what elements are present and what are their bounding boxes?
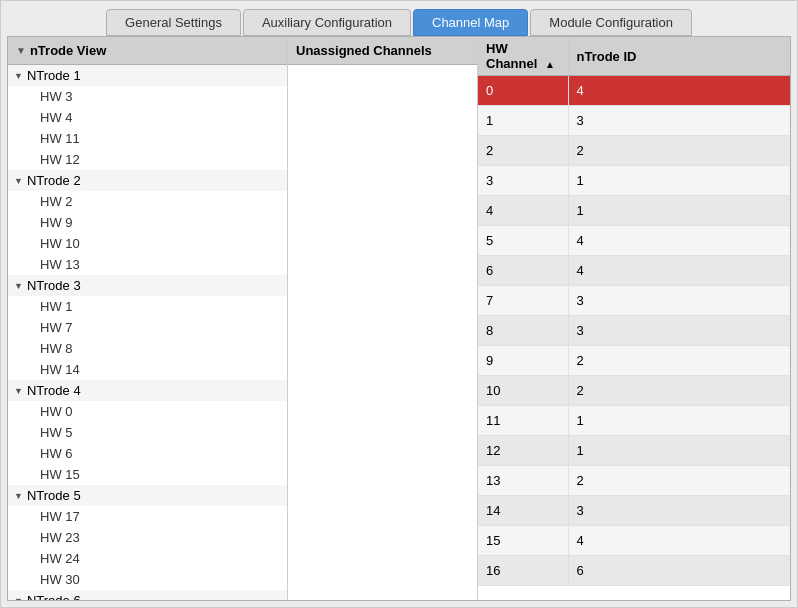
ntrode-id-header: nTrode ID: [568, 37, 790, 76]
tab-bar: General SettingsAuxiliary ConfigurationC…: [1, 1, 797, 36]
ntrode-channel-item[interactable]: HW 15: [8, 464, 287, 485]
table-row[interactable]: 166: [478, 556, 790, 586]
ntrode-id-cell: 1: [568, 406, 790, 436]
ntrode-id-cell: 2: [568, 346, 790, 376]
ntrode-channel-item[interactable]: HW 4: [8, 107, 287, 128]
ntrode-channel-item[interactable]: HW 12: [8, 149, 287, 170]
ntrode-panel-header: ▼ nTrode View: [8, 37, 287, 65]
hw-channel-cell: 6: [478, 256, 568, 286]
hw-channel-cell: 5: [478, 226, 568, 256]
ntrode-group-6[interactable]: ▼NTrode 6: [8, 590, 287, 600]
ntrode-channel-item[interactable]: HW 24: [8, 548, 287, 569]
hw-channel-cell: 13: [478, 466, 568, 496]
hw-channel-cell: 3: [478, 166, 568, 196]
unassigned-panel-title: Unassigned Channels: [296, 43, 432, 58]
channel-map-panel: HW Channel ▲ nTrode ID 04132231415464738…: [478, 37, 790, 600]
table-row[interactable]: 73: [478, 286, 790, 316]
ntrode-group-2[interactable]: ▼NTrode 2: [8, 170, 287, 191]
hw-channel-cell: 8: [478, 316, 568, 346]
hw-channel-cell: 2: [478, 136, 568, 166]
table-row[interactable]: 04: [478, 76, 790, 106]
ntrode-channel-item[interactable]: HW 7: [8, 317, 287, 338]
ntrode-id-cell: 3: [568, 316, 790, 346]
triangle-icon: ▼: [14, 596, 23, 601]
table-row[interactable]: 154: [478, 526, 790, 556]
ntrode-channel-item[interactable]: HW 9: [8, 212, 287, 233]
channel-map-scroll[interactable]: HW Channel ▲ nTrode ID 04132231415464738…: [478, 37, 790, 600]
ntrode-id-cell: 2: [568, 466, 790, 496]
ntrode-channel-item[interactable]: HW 11: [8, 128, 287, 149]
ntrode-group-1[interactable]: ▼NTrode 1: [8, 65, 287, 86]
hw-channel-cell: 9: [478, 346, 568, 376]
table-row[interactable]: 13: [478, 106, 790, 136]
table-row[interactable]: 22: [478, 136, 790, 166]
hw-channel-header: HW Channel ▲: [478, 37, 568, 76]
table-row[interactable]: 64: [478, 256, 790, 286]
ntrode-list: ▼NTrode 1HW 3HW 4HW 11HW 12▼NTrode 2HW 2…: [8, 65, 287, 600]
ntrode-id-cell: 4: [568, 226, 790, 256]
triangle-icon: ▼: [14, 281, 23, 291]
table-row[interactable]: 83: [478, 316, 790, 346]
ntrode-channel-item[interactable]: HW 14: [8, 359, 287, 380]
hw-channel-cell: 0: [478, 76, 568, 106]
hw-channel-cell: 15: [478, 526, 568, 556]
ntrode-channel-item[interactable]: HW 30: [8, 569, 287, 590]
table-row[interactable]: 132: [478, 466, 790, 496]
table-row[interactable]: 54: [478, 226, 790, 256]
ntrode-channel-item[interactable]: HW 10: [8, 233, 287, 254]
unassigned-panel: Unassigned Channels: [288, 37, 478, 600]
channel-map-table: HW Channel ▲ nTrode ID 04132231415464738…: [478, 37, 790, 586]
triangle-icon: ▼: [14, 491, 23, 501]
ntrode-id-cell: 1: [568, 166, 790, 196]
ntrode-channel-item[interactable]: HW 6: [8, 443, 287, 464]
hw-channel-cell: 12: [478, 436, 568, 466]
ntrode-channel-item[interactable]: HW 3: [8, 86, 287, 107]
ntrode-channel-item[interactable]: HW 17: [8, 506, 287, 527]
hw-channel-cell: 7: [478, 286, 568, 316]
app-container: General SettingsAuxiliary ConfigurationC…: [0, 0, 798, 608]
triangle-icon: ▼: [14, 71, 23, 81]
table-row[interactable]: 121: [478, 436, 790, 466]
hw-channel-cell: 16: [478, 556, 568, 586]
sort-down-icon: ▼: [16, 45, 26, 56]
ntrode-id-cell: 2: [568, 136, 790, 166]
ntrode-channel-item[interactable]: HW 1: [8, 296, 287, 317]
table-row[interactable]: 111: [478, 406, 790, 436]
ntrode-id-cell: 1: [568, 436, 790, 466]
triangle-icon: ▼: [14, 176, 23, 186]
triangle-icon: ▼: [14, 386, 23, 396]
ntrode-id-cell: 4: [568, 76, 790, 106]
hw-channel-cell: 11: [478, 406, 568, 436]
ntrode-id-cell: 1: [568, 196, 790, 226]
table-row[interactable]: 143: [478, 496, 790, 526]
ntrode-group-4[interactable]: ▼NTrode 4: [8, 380, 287, 401]
ntrode-channel-item[interactable]: HW 2: [8, 191, 287, 212]
hw-channel-cell: 4: [478, 196, 568, 226]
ntrode-channel-item[interactable]: HW 5: [8, 422, 287, 443]
ntrode-id-cell: 3: [568, 106, 790, 136]
ntrode-id-cell: 6: [568, 556, 790, 586]
ntrode-id-cell: 4: [568, 526, 790, 556]
table-row[interactable]: 31: [478, 166, 790, 196]
ntrode-panel: ▼ nTrode View ▼NTrode 1HW 3HW 4HW 11HW 1…: [8, 37, 288, 600]
table-row[interactable]: 102: [478, 376, 790, 406]
hw-channel-cell: 1: [478, 106, 568, 136]
ntrode-panel-title: nTrode View: [30, 43, 106, 58]
ntrode-id-cell: 3: [568, 286, 790, 316]
ntrode-channel-item[interactable]: HW 8: [8, 338, 287, 359]
ntrode-channel-item[interactable]: HW 23: [8, 527, 287, 548]
ntrode-channel-item[interactable]: HW 13: [8, 254, 287, 275]
table-row[interactable]: 41: [478, 196, 790, 226]
table-row[interactable]: 92: [478, 346, 790, 376]
ntrode-channel-item[interactable]: HW 0: [8, 401, 287, 422]
ntrode-group-3[interactable]: ▼NTrode 3: [8, 275, 287, 296]
tab-general-settings[interactable]: General Settings: [106, 9, 241, 36]
unassigned-panel-header: Unassigned Channels: [288, 37, 477, 65]
tab-channel-map[interactable]: Channel Map: [413, 9, 528, 36]
ntrode-group-5[interactable]: ▼NTrode 5: [8, 485, 287, 506]
ntrode-id-cell: 2: [568, 376, 790, 406]
hw-channel-cell: 14: [478, 496, 568, 526]
tab-auxiliary-configuration[interactable]: Auxiliary Configuration: [243, 9, 411, 36]
sort-up-icon: ▲: [545, 59, 555, 70]
tab-module-configuration[interactable]: Module Configuration: [530, 9, 692, 36]
